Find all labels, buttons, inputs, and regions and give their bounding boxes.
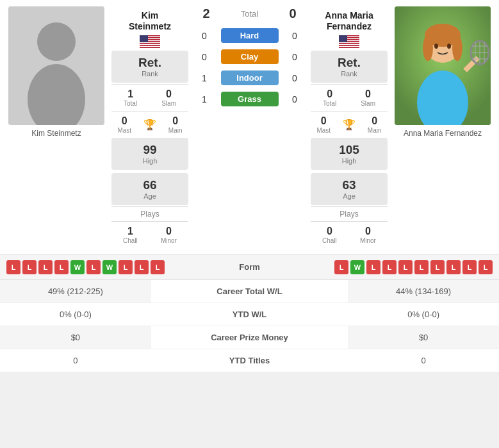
svg-rect-16 (140, 35, 148, 42)
player1-mast-main: 0 Mast 🏆 0 Main (111, 111, 188, 138)
player2-mast-main: 0 Mast 🏆 0 Main (311, 111, 388, 138)
surface-indoor-row: 1 Indoor 0 (192, 69, 307, 87)
player1-plays-label: Plays (111, 206, 188, 221)
table-row: 0YTD Titles0 (0, 349, 499, 372)
table-row: 0% (0-0)YTD W/L0% (0-0) (0, 303, 499, 326)
form-badge: L (135, 260, 149, 274)
svg-point-38 (447, 44, 451, 49)
player2-form: LWLLLLLLLL (284, 260, 493, 274)
player1-photo (8, 6, 104, 125)
player2-chall: 0 Chall (322, 226, 337, 244)
hard-button: Hard (221, 28, 279, 43)
p2-hard: 0 (288, 31, 302, 41)
player1-minor: 0 Minor (161, 226, 177, 244)
player1-total-slam: 1 Total 0 Slam (111, 84, 188, 111)
svg-rect-30 (339, 35, 347, 42)
form-badge: L (119, 260, 133, 274)
player1-age-val: 66 (119, 178, 181, 192)
svg-rect-13 (140, 45, 160, 46)
player2-high-val: 105 (318, 143, 380, 157)
player2-photo-icon (395, 6, 491, 125)
player2-flag (339, 35, 359, 48)
form-badge: W (350, 260, 364, 274)
form-badge: L (479, 260, 493, 274)
form-badge: L (38, 260, 53, 274)
player1-form: LLLLWLWLLL (6, 260, 215, 274)
surface-grass-row: 1 Grass 0 (192, 90, 307, 108)
player2-age-box: 63Age (311, 173, 388, 205)
p1-total: 2 (197, 6, 215, 21)
player2-rank-box: Ret. Rank (311, 51, 388, 83)
p1-stat-cell: 0 (0, 349, 151, 372)
p2-stat-cell: 44% (134-169) (348, 280, 499, 303)
players-section: Kim Steinmetz Kim Steinmetz (0, 0, 499, 254)
total-label: Total (241, 9, 258, 19)
table-row: $0Career Prize Money$0 (0, 326, 499, 349)
player1-photo-col: Kim Steinmetz (5, 6, 108, 138)
table-row: 49% (212-225)Career Total W/L44% (134-16… (0, 280, 499, 303)
grass-button: Grass (221, 92, 279, 106)
form-badge: W (102, 260, 117, 274)
p1-indoor: 1 (197, 73, 211, 83)
player1-slam: 0 Slam (161, 88, 176, 107)
player1-rank-val: Ret. (119, 56, 181, 70)
main-container: Kim Steinmetz Kim Steinmetz (0, 0, 499, 372)
indoor-button: Indoor (221, 71, 279, 85)
player2-chall-minor: 0 Chall 0 Minor (311, 221, 388, 248)
player2-photo-col: Anna Maria Fernandez (391, 6, 494, 138)
player2-high-box: 105High (311, 138, 388, 170)
total-row: 2 Total 0 (192, 6, 307, 21)
player2-flag-icon (339, 35, 359, 48)
svg-point-36 (452, 35, 462, 61)
player1-flag-icon (140, 35, 160, 48)
surface-clay-row: 0 Clay 0 (192, 47, 307, 66)
form-badge: L (54, 260, 69, 274)
form-badge: W (70, 260, 85, 274)
p2-stat-cell: 0 (348, 349, 499, 372)
form-badge: L (414, 260, 429, 274)
player2-high-label: High (318, 157, 380, 165)
player1-high-label: High (119, 157, 181, 165)
player1-chall-minor: 1 Chall 0 Minor (111, 221, 188, 248)
stat-label-cell: Career Total W/L (151, 280, 348, 303)
form-badge: L (366, 260, 380, 274)
svg-rect-15 (140, 47, 160, 48)
form-badge: L (151, 260, 165, 274)
svg-point-35 (423, 35, 433, 61)
player1-rank-label: Rank (119, 70, 181, 78)
p2-total: 0 (284, 6, 302, 21)
player1-main: 0 Main (168, 115, 183, 134)
svg-rect-24 (339, 42, 359, 43)
form-badge: L (6, 260, 20, 274)
form-section: LLLLWLWLLL Form LWLLLLLLLL (0, 254, 499, 280)
player1-trophy-icon: 🏆 (143, 119, 156, 131)
form-badge: L (398, 260, 413, 274)
player2-name-below: Anna Maria Fernandez (404, 129, 482, 138)
player1-mast: 0 Mast (117, 115, 131, 134)
svg-rect-29 (339, 47, 359, 48)
player1-age-label: Age (119, 192, 181, 200)
form-badge: L (86, 260, 101, 274)
player2-age-val: 63 (318, 178, 380, 192)
player1-high-box: 99High (111, 138, 188, 170)
form-badge: L (462, 260, 477, 274)
player1-total: 1 Total (124, 88, 137, 107)
p1-grass: 1 (197, 94, 211, 104)
form-badge: L (446, 260, 461, 274)
svg-rect-12 (140, 44, 160, 45)
svg-point-37 (434, 44, 438, 49)
player1-chall: 1 Chall (123, 226, 138, 244)
p2-stat-cell: 0% (0-0) (348, 303, 499, 326)
player1-name: Kim Steinmetz (129, 10, 171, 32)
svg-point-1 (37, 22, 76, 61)
player2-name-block: Anna Maria Fernandez (325, 6, 373, 33)
surface-hard-row: 0 Hard 0 (192, 26, 307, 45)
player1-age-box: 66Age (111, 173, 188, 205)
form-badge: L (334, 260, 348, 274)
player2-total-slam: 0 Total 0 Slam (311, 84, 388, 111)
player2-rank-val: Ret. (318, 56, 380, 70)
form-badge: L (22, 260, 37, 274)
svg-rect-11 (140, 43, 160, 44)
player2-minor: 0 Minor (360, 226, 376, 244)
stat-label-cell: YTD Titles (151, 349, 348, 372)
